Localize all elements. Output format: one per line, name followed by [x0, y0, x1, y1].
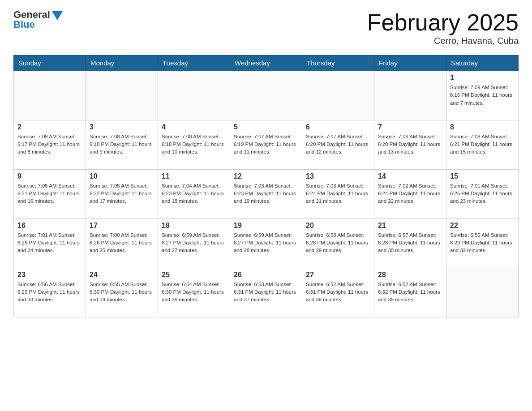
day-info: Sunrise: 6:56 AM Sunset: 6:29 PM Dayligh…: [450, 231, 515, 255]
day-number: 27: [306, 271, 370, 279]
day-info: Sunrise: 6:52 AM Sunset: 6:31 PM Dayligh…: [306, 281, 370, 304]
calendar-cell: 2Sunrise: 7:09 AM Sunset: 6:17 PM Daylig…: [14, 120, 86, 169]
month-title: February 2025: [367, 9, 519, 36]
day-number: 23: [17, 271, 82, 279]
day-info: Sunrise: 6:54 AM Sunset: 6:30 PM Dayligh…: [162, 281, 226, 304]
calendar-cell: 21Sunrise: 6:57 AM Sunset: 6:28 PM Dayli…: [374, 218, 446, 268]
day-number: 18: [162, 222, 226, 230]
calendar-week-row: 2Sunrise: 7:09 AM Sunset: 6:17 PM Daylig…: [14, 120, 519, 169]
day-number: 5: [234, 123, 298, 131]
calendar-table: SundayMondayTuesdayWednesdayThursdayFrid…: [13, 55, 519, 317]
calendar-cell: 12Sunrise: 7:03 AM Sunset: 6:23 PM Dayli…: [230, 169, 302, 218]
day-number: 4: [162, 123, 226, 131]
weekday-header-tuesday: Tuesday: [158, 56, 230, 71]
day-number: 16: [17, 222, 82, 230]
day-number: 10: [90, 172, 154, 180]
calendar-cell: 5Sunrise: 7:07 AM Sunset: 6:19 PM Daylig…: [230, 120, 302, 169]
day-number: 8: [450, 123, 515, 131]
calendar-cell: 8Sunrise: 7:06 AM Sunset: 6:21 PM Daylig…: [446, 120, 519, 169]
day-number: 26: [234, 271, 298, 279]
day-info: Sunrise: 7:03 AM Sunset: 6:24 PM Dayligh…: [306, 182, 370, 206]
day-info: Sunrise: 6:58 AM Sunset: 6:28 PM Dayligh…: [306, 231, 370, 255]
calendar-week-row: 23Sunrise: 6:56 AM Sunset: 6:29 PM Dayli…: [14, 268, 519, 317]
calendar-cell: 1Sunrise: 7:09 AM Sunset: 6:16 PM Daylig…: [446, 71, 519, 120]
weekday-header-monday: Monday: [86, 56, 158, 71]
day-info: Sunrise: 7:06 AM Sunset: 6:21 PM Dayligh…: [450, 133, 515, 156]
calendar-cell: 17Sunrise: 7:00 AM Sunset: 6:26 PM Dayli…: [86, 218, 158, 268]
day-info: Sunrise: 7:03 AM Sunset: 6:23 PM Dayligh…: [234, 182, 298, 206]
day-info: Sunrise: 7:00 AM Sunset: 6:26 PM Dayligh…: [90, 231, 154, 255]
day-info: Sunrise: 6:53 AM Sunset: 6:31 PM Dayligh…: [234, 281, 298, 304]
day-info: Sunrise: 6:57 AM Sunset: 6:28 PM Dayligh…: [378, 231, 442, 255]
day-number: 25: [162, 271, 226, 279]
day-number: 12: [234, 172, 298, 180]
calendar-cell: 19Sunrise: 6:59 AM Sunset: 6:27 PM Dayli…: [230, 218, 302, 268]
day-info: Sunrise: 7:04 AM Sunset: 6:23 PM Dayligh…: [162, 182, 226, 206]
day-number: 28: [378, 271, 442, 279]
day-number: 13: [306, 172, 370, 180]
calendar-cell: [86, 71, 158, 120]
calendar-week-row: 16Sunrise: 7:01 AM Sunset: 6:25 PM Dayli…: [14, 218, 519, 268]
day-info: Sunrise: 7:07 AM Sunset: 6:20 PM Dayligh…: [306, 133, 370, 156]
calendar-cell: 6Sunrise: 7:07 AM Sunset: 6:20 PM Daylig…: [302, 120, 374, 169]
day-info: Sunrise: 7:05 AM Sunset: 6:22 PM Dayligh…: [90, 182, 154, 206]
calendar-cell: [302, 71, 374, 120]
day-number: 9: [17, 172, 82, 180]
calendar-cell: 15Sunrise: 7:01 AM Sunset: 6:25 PM Dayli…: [446, 169, 519, 218]
day-info: Sunrise: 7:07 AM Sunset: 6:19 PM Dayligh…: [234, 133, 298, 156]
day-number: 15: [450, 172, 515, 180]
calendar-cell: 18Sunrise: 6:59 AM Sunset: 6:27 PM Dayli…: [158, 218, 230, 268]
day-info: Sunrise: 7:09 AM Sunset: 6:17 PM Dayligh…: [17, 133, 82, 156]
weekday-header-sunday: Sunday: [14, 56, 86, 71]
calendar-cell: 24Sunrise: 6:55 AM Sunset: 6:30 PM Dayli…: [86, 268, 158, 317]
day-info: Sunrise: 7:02 AM Sunset: 6:24 PM Dayligh…: [378, 182, 442, 206]
calendar-cell: 27Sunrise: 6:52 AM Sunset: 6:31 PM Dayli…: [302, 268, 374, 317]
day-number: 11: [162, 172, 226, 180]
day-info: Sunrise: 7:09 AM Sunset: 6:16 PM Dayligh…: [450, 84, 515, 107]
calendar-cell: 22Sunrise: 6:56 AM Sunset: 6:29 PM Dayli…: [446, 218, 519, 268]
calendar-cell: 3Sunrise: 7:08 AM Sunset: 6:18 PM Daylig…: [86, 120, 158, 169]
calendar-cell: 25Sunrise: 6:54 AM Sunset: 6:30 PM Dayli…: [158, 268, 230, 317]
day-info: Sunrise: 7:01 AM Sunset: 6:25 PM Dayligh…: [450, 182, 515, 206]
weekday-header-saturday: Saturday: [446, 56, 519, 71]
day-number: 14: [378, 172, 442, 180]
day-number: 3: [90, 123, 154, 131]
calendar-cell: 28Sunrise: 6:52 AM Sunset: 6:32 PM Dayli…: [374, 268, 446, 317]
day-number: 6: [306, 123, 370, 131]
page-header: General Blue February 2025 Cerro, Havana…: [13, 9, 519, 46]
day-number: 19: [234, 222, 298, 230]
day-number: 2: [17, 123, 82, 131]
day-info: Sunrise: 6:59 AM Sunset: 6:27 PM Dayligh…: [162, 231, 226, 255]
day-info: Sunrise: 6:55 AM Sunset: 6:30 PM Dayligh…: [90, 281, 154, 304]
day-number: 1: [450, 74, 515, 82]
logo-triangle-icon: [52, 11, 63, 20]
calendar-cell: [374, 71, 446, 120]
calendar-cell: [446, 268, 519, 317]
day-number: 7: [378, 123, 442, 131]
day-number: 17: [90, 222, 154, 230]
calendar-week-row: 9Sunrise: 7:05 AM Sunset: 6:21 PM Daylig…: [14, 169, 519, 218]
weekday-header-thursday: Thursday: [302, 56, 374, 71]
day-info: Sunrise: 6:52 AM Sunset: 6:32 PM Dayligh…: [378, 281, 442, 304]
calendar-cell: 4Sunrise: 7:08 AM Sunset: 6:18 PM Daylig…: [158, 120, 230, 169]
day-info: Sunrise: 7:05 AM Sunset: 6:21 PM Dayligh…: [17, 182, 82, 206]
calendar-cell: [14, 71, 86, 120]
calendar-cell: 14Sunrise: 7:02 AM Sunset: 6:24 PM Dayli…: [374, 169, 446, 218]
calendar-cell: [230, 71, 302, 120]
logo-blue-text: Blue: [13, 19, 35, 30]
day-info: Sunrise: 7:06 AM Sunset: 6:20 PM Dayligh…: [378, 133, 442, 156]
day-number: 24: [90, 271, 154, 279]
calendar-week-row: 1Sunrise: 7:09 AM Sunset: 6:16 PM Daylig…: [14, 71, 519, 120]
day-number: 20: [306, 222, 370, 230]
weekday-header-row: SundayMondayTuesdayWednesdayThursdayFrid…: [14, 56, 519, 71]
calendar-cell: 16Sunrise: 7:01 AM Sunset: 6:25 PM Dayli…: [14, 218, 86, 268]
calendar-cell: 20Sunrise: 6:58 AM Sunset: 6:28 PM Dayli…: [302, 218, 374, 268]
title-section: February 2025 Cerro, Havana, Cuba: [367, 9, 519, 46]
day-info: Sunrise: 6:59 AM Sunset: 6:27 PM Dayligh…: [234, 231, 298, 255]
logo: General Blue: [13, 9, 63, 30]
calendar-cell: 13Sunrise: 7:03 AM Sunset: 6:24 PM Dayli…: [302, 169, 374, 218]
location-subtitle: Cerro, Havana, Cuba: [367, 36, 519, 46]
weekday-header-wednesday: Wednesday: [230, 56, 302, 71]
day-number: 21: [378, 222, 442, 230]
day-info: Sunrise: 7:01 AM Sunset: 6:25 PM Dayligh…: [17, 231, 82, 255]
